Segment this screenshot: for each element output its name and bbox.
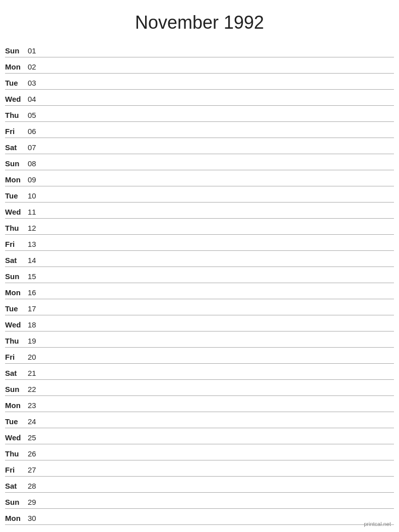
day-number: 10 bbox=[28, 191, 44, 201]
day-row: Thu26 bbox=[5, 444, 394, 460]
day-name: Tue bbox=[5, 191, 28, 201]
day-number: 22 bbox=[28, 385, 44, 394]
day-name: Thu bbox=[5, 337, 28, 346]
day-number: 01 bbox=[28, 46, 44, 56]
day-line bbox=[44, 491, 394, 491]
day-number: 29 bbox=[28, 498, 44, 507]
day-row: Wed18 bbox=[5, 315, 394, 331]
day-number: 09 bbox=[28, 175, 44, 185]
day-row: Wed11 bbox=[5, 203, 394, 219]
day-number: 16 bbox=[28, 288, 44, 298]
day-line bbox=[44, 410, 394, 411]
day-number: 27 bbox=[28, 466, 44, 475]
calendar-container: Sun01Mon02Tue03Wed04Thu05Fri06Sat07Sun08… bbox=[0, 41, 399, 525]
day-line bbox=[44, 201, 394, 201]
day-number: 15 bbox=[28, 272, 44, 282]
day-number: 11 bbox=[28, 208, 44, 217]
day-line bbox=[44, 281, 394, 282]
day-line bbox=[44, 426, 394, 427]
day-row: Wed25 bbox=[5, 428, 394, 444]
day-row: Mon09 bbox=[5, 170, 394, 186]
day-row: Tue17 bbox=[5, 299, 394, 315]
day-number: 17 bbox=[28, 304, 44, 314]
day-number: 28 bbox=[28, 482, 44, 491]
day-number: 21 bbox=[28, 369, 44, 378]
day-row: Mon16 bbox=[5, 283, 394, 299]
day-row: Sat07 bbox=[5, 138, 394, 154]
day-row: Fri27 bbox=[5, 460, 394, 477]
day-line bbox=[44, 120, 394, 120]
day-name: Thu bbox=[5, 449, 28, 459]
day-line bbox=[44, 265, 394, 265]
day-name: Sun bbox=[5, 498, 28, 507]
day-name: Sat bbox=[5, 143, 28, 153]
day-line bbox=[44, 233, 394, 233]
day-line bbox=[44, 313, 394, 314]
day-line bbox=[44, 346, 394, 346]
day-number: 05 bbox=[28, 111, 44, 120]
day-line bbox=[44, 378, 394, 378]
day-line bbox=[44, 249, 394, 249]
day-row: Sat14 bbox=[5, 251, 394, 267]
day-row: Mon30 bbox=[5, 509, 394, 525]
day-name: Sun bbox=[5, 46, 28, 56]
day-name: Thu bbox=[5, 224, 28, 233]
day-line bbox=[44, 394, 394, 394]
day-number: 25 bbox=[28, 433, 44, 443]
day-line bbox=[44, 55, 394, 56]
day-name: Mon bbox=[5, 401, 28, 411]
day-name: Fri bbox=[5, 466, 28, 475]
day-number: 06 bbox=[28, 127, 44, 137]
day-row: Tue10 bbox=[5, 186, 394, 203]
day-name: Mon bbox=[5, 62, 28, 72]
day-number: 20 bbox=[28, 353, 44, 362]
day-row: Tue24 bbox=[5, 412, 394, 428]
footer-text: printcal.net bbox=[364, 521, 391, 527]
day-number: 24 bbox=[28, 417, 44, 427]
day-line bbox=[44, 475, 394, 475]
day-name: Tue bbox=[5, 304, 28, 314]
day-number: 08 bbox=[28, 159, 44, 169]
day-line bbox=[44, 136, 394, 137]
day-name: Mon bbox=[5, 514, 28, 523]
day-row: Sun08 bbox=[5, 154, 394, 170]
day-line bbox=[44, 362, 394, 362]
day-line bbox=[44, 442, 394, 443]
day-name: Wed bbox=[5, 320, 28, 330]
day-name: Wed bbox=[5, 208, 28, 217]
day-number: 19 bbox=[28, 337, 44, 346]
day-name: Sun bbox=[5, 159, 28, 169]
day-name: Wed bbox=[5, 95, 28, 104]
day-number: 14 bbox=[28, 256, 44, 265]
day-number: 03 bbox=[28, 79, 44, 88]
day-name: Thu bbox=[5, 111, 28, 120]
day-row: Wed04 bbox=[5, 90, 394, 106]
day-row: Sun22 bbox=[5, 380, 394, 396]
day-name: Sun bbox=[5, 272, 28, 282]
day-row: Thu19 bbox=[5, 331, 394, 348]
day-line bbox=[44, 184, 394, 185]
day-number: 04 bbox=[28, 95, 44, 104]
day-line bbox=[44, 297, 394, 298]
day-row: Sun15 bbox=[5, 267, 394, 283]
day-line bbox=[44, 329, 394, 330]
day-number: 12 bbox=[28, 224, 44, 233]
day-line bbox=[44, 152, 394, 153]
day-line bbox=[44, 217, 394, 217]
day-name: Mon bbox=[5, 175, 28, 185]
day-number: 18 bbox=[28, 320, 44, 330]
day-row: Fri20 bbox=[5, 348, 394, 364]
day-row: Fri13 bbox=[5, 235, 394, 251]
day-name: Wed bbox=[5, 433, 28, 443]
day-number: 02 bbox=[28, 62, 44, 72]
day-line bbox=[44, 88, 394, 88]
day-name: Sun bbox=[5, 385, 28, 394]
day-name: Sat bbox=[5, 256, 28, 265]
day-name: Fri bbox=[5, 127, 28, 137]
day-line bbox=[44, 72, 394, 72]
day-row: Mon02 bbox=[5, 57, 394, 74]
day-name: Sat bbox=[5, 482, 28, 491]
day-row: Sun29 bbox=[5, 493, 394, 509]
day-line bbox=[44, 507, 394, 507]
day-number: 23 bbox=[28, 401, 44, 411]
